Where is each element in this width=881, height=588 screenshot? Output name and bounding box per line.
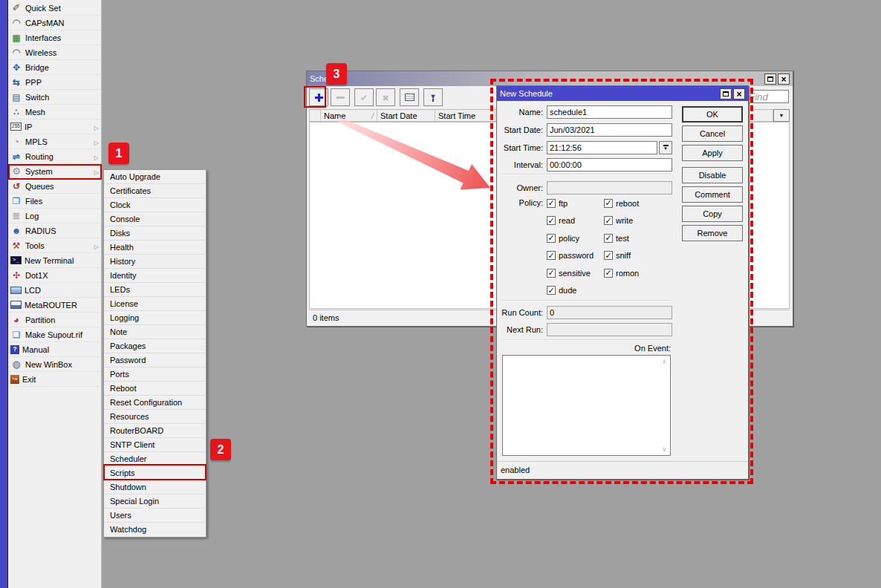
comment-card-icon [405,94,415,101]
remove-button[interactable] [331,88,350,106]
bridge-icon [10,62,22,73]
sidebar-item-queues[interactable]: Queues [8,179,101,194]
submenu-item-users[interactable]: Users [104,509,206,523]
sidebar-item-routing[interactable]: Routing [8,149,101,164]
capsman-icon [10,17,22,28]
sidebar-item-bridge[interactable]: Bridge [8,60,101,75]
manual-icon [10,345,19,354]
submenu-item-reset-configuration[interactable]: Reset Configuration [104,396,206,410]
quick-set-icon [10,2,22,13]
sidebar-item-new-terminal[interactable]: New Terminal [8,253,101,268]
disable-button[interactable] [376,88,395,106]
sidebar-item-exit[interactable]: Exit [8,372,101,387]
filter-funnel-icon [430,94,437,102]
scheduler-toolbar [309,88,443,106]
submenu-item-identity[interactable]: Identity [104,269,206,283]
new-terminal-icon [10,256,22,264]
sidebar-item-radius[interactable]: RADIUS [8,223,101,238]
submenu-item-ports[interactable]: Ports [104,368,206,382]
sidebar-item-switch[interactable]: Switch [8,90,101,105]
lcd-icon [10,287,22,294]
mesh-icon [10,106,22,117]
enable-button[interactable] [354,88,374,106]
sidebar-item-capsman[interactable]: CAPsMAN [8,16,101,30]
sidebar-item-log[interactable]: Log [8,209,101,223]
submenu-item-watchdog[interactable]: Watchdog [104,523,206,537]
minus-icon [337,97,345,99]
submenu-arrow-icon [94,137,99,146]
submenu-item-packages[interactable]: Packages [104,339,206,353]
new-winbox-icon [10,359,22,370]
close-icon [781,74,786,85]
ip-icon [10,122,22,131]
submenu-item-note[interactable]: Note [104,325,206,339]
files-icon [10,195,22,206]
submenu-item-license[interactable]: License [104,297,206,311]
exit-icon [10,375,19,384]
queues-icon [10,180,22,192]
filter-button[interactable] [423,88,443,106]
comment-button[interactable] [400,88,419,106]
sidebar-item-ip[interactable]: IP [8,120,101,134]
scheduler-close-button[interactable] [778,74,790,85]
step-badge-3: 3 [326,63,347,85]
sidebar-item-ppp[interactable]: PPP [8,75,101,90]
sidebar-item-new-winbox[interactable]: New WinBox [8,357,101,372]
submenu-arrow-icon [94,122,99,131]
sidebar-item-partition[interactable]: Partition [8,313,101,327]
partition-icon [10,314,22,325]
submenu-item-reboot[interactable]: Reboot [104,382,206,396]
submenu-item-shutdown[interactable]: Shutdown [104,480,206,494]
highlight-add-button [304,86,326,108]
submenu-item-logging[interactable]: Logging [104,311,206,325]
sidebar-item-make-supout[interactable]: Make Supout.rif [8,327,101,342]
mpls-icon [10,136,22,147]
sidebar-item-lcd[interactable]: LCD [8,283,101,298]
sidebar-item-metarouter[interactable]: MetaROUTER [8,298,101,313]
dot1x-icon [10,270,22,281]
sidebar-item-dot1x[interactable]: Dot1X [8,268,101,283]
window-left-strip [0,0,7,588]
wireless-icon [10,47,22,58]
highlight-system-item [8,164,102,180]
routing-icon [10,151,22,162]
sidebar-item-mesh[interactable]: Mesh [8,105,101,120]
sidebar-item-wireless[interactable]: Wireless [8,45,101,60]
enable-check-icon [360,92,368,103]
column-stub[interactable] [310,110,321,121]
submenu-item-console[interactable]: Console [104,212,206,226]
submenu-item-special-login[interactable]: Special Login [104,494,206,509]
step-badge-1: 1 [108,143,129,164]
sidebar-item-manual[interactable]: Manual [8,342,101,357]
metarouter-icon [10,301,22,309]
submenu-item-auto-upgrade[interactable]: Auto Upgrade [104,170,206,184]
sidebar-item-interfaces[interactable]: Interfaces [8,30,101,45]
submenu-item-password[interactable]: Password [104,353,206,368]
submenu-item-leds[interactable]: LEDs [104,283,206,297]
submenu-item-sntp-client[interactable]: SNTP Client [104,438,206,452]
submenu-arrow-icon [94,241,99,250]
make-supout-icon [10,329,22,340]
column-select-button[interactable] [773,109,790,122]
submenu-item-history[interactable]: History [104,255,206,269]
sidebar-item-files[interactable]: Files [8,194,101,209]
scheduler-maximize-button[interactable] [764,74,776,85]
disable-x-icon [382,92,389,103]
maximize-icon [767,76,773,82]
submenu-item-certificates[interactable]: Certificates [104,184,206,198]
sidebar-item-quick-set[interactable]: Quick Set [8,1,101,16]
sidebar: Quick Set CAPsMAN Interfaces Wireless Br… [7,0,102,588]
annotation-arrow [334,117,494,194]
submenu-item-clock[interactable]: Clock [104,198,206,212]
submenu-item-health[interactable]: Health [104,241,206,255]
step-badge-2: 2 [210,439,231,460]
sidebar-item-mpls[interactable]: MPLS [8,134,101,149]
interfaces-icon [10,32,22,43]
submenu-item-resources[interactable]: Resources [104,410,206,424]
submenu-item-disks[interactable]: Disks [104,226,206,241]
highlight-scheduler-item [103,464,207,480]
system-submenu: Auto Upgrade Certificates Clock Console … [103,169,207,538]
submenu-item-routerboard[interactable]: RouterBOARD [104,424,206,438]
annotation-dashed-border [490,79,753,484]
sidebar-item-tools[interactable]: Tools [8,238,101,253]
